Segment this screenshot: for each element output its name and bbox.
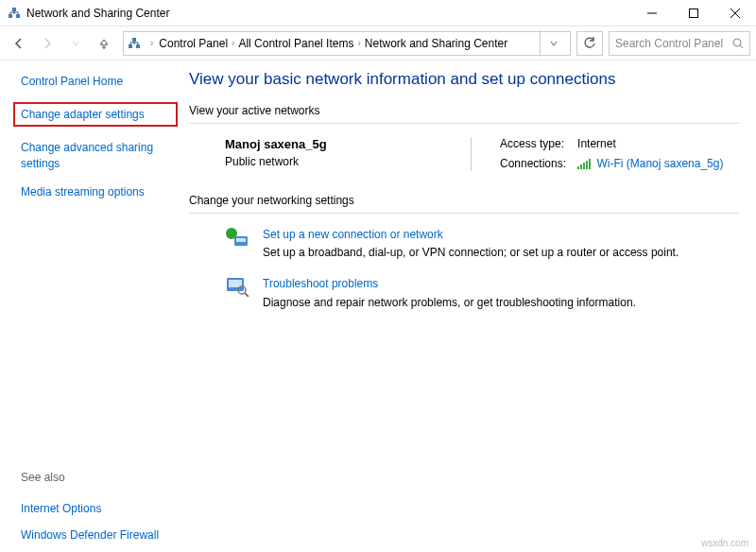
navbar: › Control Panel › All Control Panel Item… — [0, 26, 756, 60]
search-placeholder: Search Control Panel — [615, 37, 732, 50]
chevron-right-icon: › — [357, 38, 360, 48]
forward-button[interactable] — [34, 30, 60, 57]
search-input[interactable]: Search Control Panel — [609, 31, 750, 56]
network-center-icon — [128, 37, 141, 50]
window-title: Network and Sharing Center — [26, 7, 631, 20]
change-adapter-highlight: Change adapter settings — [13, 102, 178, 127]
setup-connection-link[interactable]: Set up a new connection or network — [263, 227, 679, 242]
svg-rect-12 — [577, 166, 579, 169]
back-button[interactable] — [6, 30, 32, 57]
svg-rect-1 — [16, 14, 20, 18]
network-name: Manoj saxena_5g — [225, 137, 442, 151]
svg-line-23 — [245, 293, 249, 297]
close-button[interactable] — [714, 0, 756, 26]
access-type-value: Internet — [577, 137, 723, 150]
up-button[interactable] — [91, 30, 117, 57]
window-controls — [631, 0, 756, 26]
troubleshoot-item: Troubleshoot problems Diagnose and repai… — [225, 276, 739, 308]
internet-options-link[interactable]: Internet Options — [21, 501, 170, 516]
svg-rect-8 — [136, 44, 140, 48]
see-also-label: See also — [21, 452, 170, 484]
change-adapter-settings-link[interactable]: Change adapter settings — [21, 107, 170, 122]
divider — [189, 123, 739, 124]
chevron-right-icon: › — [232, 38, 234, 48]
maximize-button[interactable] — [673, 0, 714, 26]
wifi-connection-link[interactable]: Wi-Fi (Manoj saxena_5g) — [596, 157, 723, 170]
breadcrumb-item[interactable]: Control Panel — [159, 37, 228, 50]
change-settings-label: Change your networking settings — [189, 194, 739, 207]
recent-dropdown[interactable] — [62, 30, 89, 57]
wifi-signal-icon — [577, 159, 591, 170]
svg-rect-19 — [236, 238, 246, 242]
main-panel: View your basic network information and … — [180, 60, 756, 552]
svg-rect-0 — [9, 14, 12, 18]
breadcrumb[interactable]: › Control Panel › All Control Panel Item… — [123, 31, 571, 56]
titlebar: Network and Sharing Center — [0, 0, 756, 26]
setup-connection-icon — [225, 227, 249, 259]
divider — [189, 213, 739, 214]
network-center-icon — [8, 7, 21, 20]
change-sharing-settings-link[interactable]: Change advanced sharing settings — [21, 140, 170, 170]
breadcrumb-item[interactable]: All Control Panel Items — [238, 37, 353, 50]
breadcrumb-item[interactable]: Network and Sharing Center — [365, 37, 507, 50]
active-networks-label: View your active networks — [189, 104, 739, 117]
control-panel-home-link[interactable]: Control Panel Home — [21, 74, 170, 89]
svg-rect-2 — [12, 8, 16, 11]
svg-rect-7 — [129, 44, 132, 48]
active-network-block: Manoj saxena_5g Public network Access ty… — [225, 137, 739, 171]
svg-rect-9 — [132, 38, 136, 42]
svg-rect-15 — [586, 161, 588, 169]
svg-rect-16 — [589, 159, 591, 169]
refresh-button[interactable] — [576, 31, 603, 56]
sidebar: Control Panel Home Change adapter settin… — [0, 60, 180, 552]
setup-connection-item: Set up a new connection or network Set u… — [225, 227, 739, 259]
svg-rect-4 — [690, 9, 698, 17]
svg-line-11 — [740, 45, 743, 48]
content: Control Panel Home Change adapter settin… — [0, 60, 756, 552]
troubleshoot-desc: Diagnose and repair network problems, or… — [263, 296, 636, 309]
access-type-label: Access type: — [500, 137, 566, 150]
media-streaming-link[interactable]: Media streaming options — [21, 184, 170, 199]
connections-label: Connections: — [500, 157, 566, 170]
svg-rect-13 — [580, 164, 582, 169]
svg-point-10 — [733, 39, 741, 46]
svg-rect-14 — [583, 163, 585, 169]
breadcrumb-dropdown[interactable] — [540, 30, 566, 57]
troubleshoot-link[interactable]: Troubleshoot problems — [263, 276, 636, 291]
watermark: wsxdn.com — [701, 538, 748, 548]
minimize-button[interactable] — [631, 0, 673, 26]
troubleshoot-icon — [225, 276, 249, 308]
setup-connection-desc: Set up a broadband, dial-up, or VPN conn… — [263, 246, 679, 259]
chevron-right-icon: › — [150, 38, 153, 48]
vertical-divider — [471, 137, 472, 171]
search-icon — [732, 38, 744, 49]
page-title: View your basic network information and … — [189, 70, 739, 89]
firewall-link[interactable]: Windows Defender Firewall — [21, 527, 170, 543]
network-type: Public network — [225, 155, 442, 168]
